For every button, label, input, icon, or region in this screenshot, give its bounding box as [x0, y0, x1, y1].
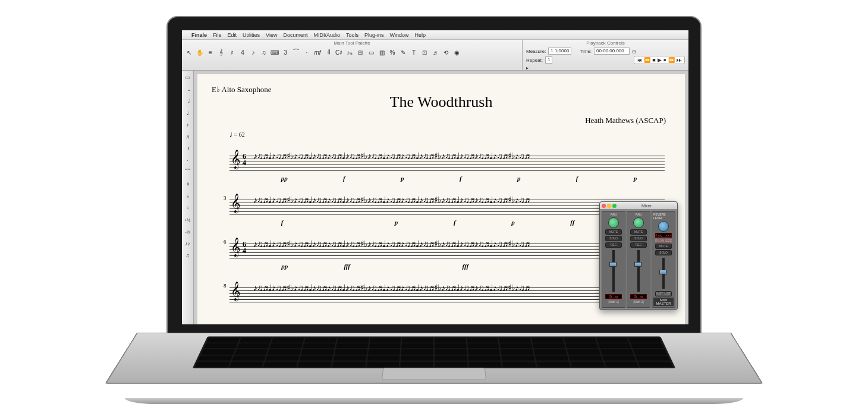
chord-tool[interactable]: C♯ [334, 48, 344, 57]
smartshape-tool[interactable]: ⁀ [291, 48, 301, 57]
mixer-titlebar[interactable]: Mixer [600, 202, 677, 209]
grace-tool[interactable]: ♪♪ [184, 239, 192, 248]
channel-display-2[interactable]: St...no [630, 294, 647, 299]
menu-edit[interactable]: Edit [228, 32, 237, 38]
eighth-note-tool[interactable]: ♪ [184, 121, 192, 129]
zoom-icon[interactable] [612, 204, 617, 208]
measure-field[interactable]: 1 1|0000 [548, 48, 571, 55]
mute-button-1[interactable]: MUTE [605, 229, 622, 235]
screen-bezel: Finale File Edit Utilities View Document… [166, 16, 702, 333]
measure-label: Measure: [526, 49, 546, 54]
close-icon[interactable] [602, 204, 606, 208]
whole-note-tool[interactable]: 𝅝 [184, 85, 192, 93]
special-tool[interactable]: ✎ [398, 48, 408, 57]
sharp-tool[interactable]: ♯ [184, 180, 192, 188]
master-label: MIDI MASTER [653, 298, 674, 306]
tie-tool[interactable]: ⁀ [184, 168, 192, 176]
rec-button-2[interactable]: REC [630, 242, 647, 248]
menu-utilities[interactable]: Utilities [243, 32, 260, 38]
stop-icon[interactable]: ■ [652, 57, 655, 63]
menu-midi-audio[interactable]: MIDI/Audio [313, 32, 340, 38]
note-tool[interactable]: ♪ [249, 48, 258, 57]
rewind-start-icon[interactable]: ⏮ [637, 57, 642, 63]
mirror-tool[interactable]: ⟲ [441, 48, 451, 57]
menu-file[interactable]: File [213, 32, 222, 38]
key-tool[interactable]: ♯ [227, 48, 237, 57]
selection2-tool[interactable]: ▭ [366, 48, 376, 57]
minimize-icon[interactable] [607, 204, 611, 208]
rewind-icon[interactable]: ⏪ [644, 57, 650, 63]
measure-tool[interactable]: ⊟ [356, 48, 365, 57]
reverb-knob[interactable] [658, 221, 669, 232]
master-solo-button[interactable]: SOLO [655, 250, 672, 255]
page-tool[interactable]: ▥ [377, 48, 386, 57]
graphics-tool[interactable]: ◉ [452, 48, 461, 57]
octave-up-tool[interactable]: +½ [184, 216, 192, 224]
master-fader[interactable] [662, 258, 665, 289]
forward-icon[interactable]: ⏩ [668, 57, 675, 63]
fader-1[interactable] [612, 250, 615, 292]
hyperscribe-tool[interactable]: ⌨ [270, 48, 279, 57]
master-mute-button[interactable]: MUTE [655, 244, 672, 249]
menu-plugins[interactable]: Plug-ins [364, 32, 384, 38]
articulation-tool[interactable]: · [302, 48, 312, 57]
half-note-tool[interactable]: 𝅗𝅥 [184, 97, 192, 105]
lyrics-tool[interactable]: ♪ₐ [345, 48, 354, 57]
tuplet-tool[interactable]: 3 [281, 48, 290, 57]
hand-tool[interactable]: ✋ [195, 48, 205, 57]
forward-end-icon[interactable]: ⏭ [677, 57, 682, 63]
text-tool[interactable]: T [409, 48, 419, 57]
repeat-field[interactable]: 1 [545, 56, 552, 64]
solo-button-1[interactable]: SOLO [605, 236, 622, 241]
fader-knob-2[interactable] [634, 262, 641, 267]
page-view-tool[interactable]: ▭ [184, 73, 192, 81]
dot-tool[interactable]: · [184, 156, 192, 165]
clef-tool[interactable]: 𝄞 [216, 48, 226, 57]
time-field[interactable]: 00:00:00.000 [594, 48, 630, 55]
quarter-note-tool[interactable]: ♩ [184, 109, 192, 117]
fader-2[interactable] [637, 250, 640, 292]
composer-name: Heath Mathews (ASCAP) [212, 116, 666, 125]
menu-document[interactable]: Document [283, 32, 307, 38]
master-fader-knob[interactable] [659, 270, 666, 274]
menu-help[interactable]: Help [415, 32, 426, 38]
rest-tool[interactable]: 𝄽 [184, 144, 192, 153]
zoom-tool[interactable]: ⊡ [420, 48, 429, 57]
score-viewport[interactable]: E♭ Alto Saxophone The Woodthrush Heath M… [194, 71, 688, 324]
clock-icon[interactable]: ◷ [632, 49, 636, 54]
rec-button-1[interactable]: REC [605, 242, 622, 248]
channel-display-1[interactable]: St...no [605, 294, 622, 299]
staff-system[interactable]: 𝄞 64 ♪♫♬♩♪♫♬♯♭♪♫♬♩♪♫♬♪♫♬♩♪♫♬♯♭♪♫♬♩♪♫♬♪♫♬… [212, 145, 671, 182]
staff-tool[interactable]: ≡ [206, 48, 215, 57]
menu-window[interactable]: Window [390, 32, 409, 38]
menu-view[interactable]: View [266, 32, 277, 38]
pan-knob-1[interactable] [608, 217, 619, 228]
selection-tool[interactable]: ↖ [184, 48, 194, 57]
natural-tool[interactable]: ♮ [184, 204, 192, 212]
treble-clef-icon: 𝄞 [231, 194, 241, 213]
app-menu[interactable]: Finale [191, 32, 207, 38]
music-notes[interactable]: ♪♫♬♩♪♫♬♯♭♪♫♬♩♪♫♬♪♫♬♩♪♫♬♯♭♪♫♬♩♪♫♬♪♫♬♩♪♫♬♯… [253, 151, 665, 175]
octave-down-tool[interactable]: -½ [184, 228, 192, 236]
tuplet-tool-side[interactable]: ♫ [184, 251, 192, 260]
inst-list-button[interactable]: INST. LIST [655, 291, 672, 296]
flat-tool[interactable]: ♭ [184, 192, 192, 200]
record-icon[interactable]: ● [663, 57, 666, 63]
mute-button-2[interactable]: MUTE [630, 229, 647, 235]
pan-knob-2[interactable] [633, 217, 644, 228]
mixer-window[interactable]: Mixer PAN MUTE SOLO REC St...no [599, 201, 678, 310]
repeat-tool[interactable]: 𝄇 [323, 48, 333, 57]
menu-tools[interactable]: Tools [346, 32, 358, 38]
room-display[interactable]: Larg...oom [655, 233, 672, 238]
play-icon[interactable]: ▶ [658, 57, 662, 63]
speedy-tool[interactable]: ♫ [259, 48, 269, 57]
measure-number: 6 [224, 239, 227, 245]
time-tool[interactable]: 4 [238, 48, 247, 57]
fader-knob-1[interactable] [609, 262, 617, 267]
solo-button-2[interactable]: SOLO [630, 236, 647, 241]
sixteenth-note-tool[interactable]: ♬ [184, 132, 192, 141]
expression-tool[interactable]: mf [313, 48, 322, 57]
resize-tool[interactable]: % [388, 48, 397, 57]
ossia-tool[interactable]: ♬ [430, 48, 440, 57]
tempo-disclosure-icon[interactable]: ▸ [526, 65, 529, 71]
